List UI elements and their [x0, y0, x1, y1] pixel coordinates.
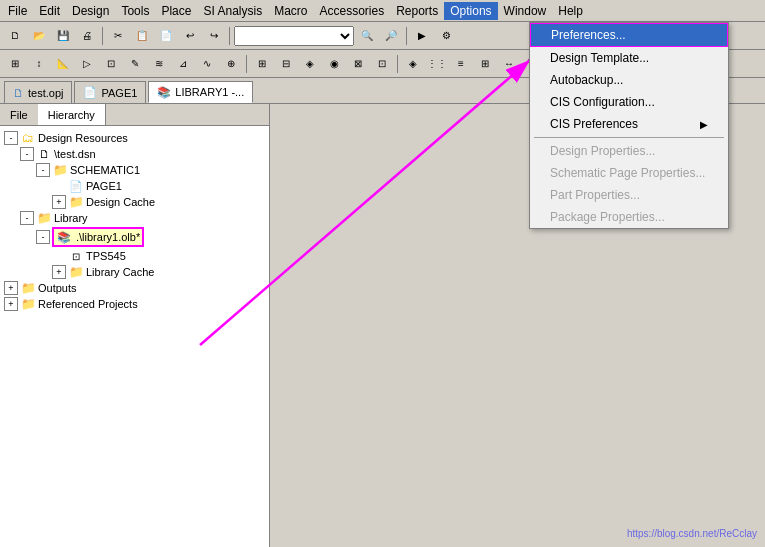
toolbar-print[interactable]: 🖨 [76, 25, 98, 47]
tb2-btn3[interactable]: 📐 [52, 53, 74, 75]
menu-edit[interactable]: Edit [33, 2, 66, 20]
tb2-btn21[interactable]: ↔ [498, 53, 520, 75]
expand-design-resources[interactable]: - [4, 131, 18, 145]
expand-outputs[interactable]: + [4, 281, 18, 295]
tb2-btn13[interactable]: ◈ [299, 53, 321, 75]
tree-item-schematic1[interactable]: - 📁 SCHEMATIC1 [4, 162, 265, 178]
menu-item-design-template[interactable]: Design Template... [530, 47, 728, 69]
label-library: Library [54, 212, 88, 224]
expand-referenced-projects[interactable]: + [4, 297, 18, 311]
tree-item-page1[interactable]: + 📄 PAGE1 [4, 178, 265, 194]
label-library-cache: Library Cache [86, 266, 154, 278]
toolbar-save[interactable]: 💾 [52, 25, 74, 47]
menu-item-schematic-page-props: Schematic Page Properties... [530, 162, 728, 184]
tb2-btn17[interactable]: ◈ [402, 53, 424, 75]
package-props-label: Package Properties... [550, 210, 665, 224]
tb2-btn12[interactable]: ⊟ [275, 53, 297, 75]
label-outputs: Outputs [38, 282, 77, 294]
toolbar-cut[interactable]: ✂ [107, 25, 129, 47]
tb2-btn7[interactable]: ≋ [148, 53, 170, 75]
menu-design[interactable]: Design [66, 2, 115, 20]
menu-file[interactable]: File [2, 2, 33, 20]
label-design-cache: Design Cache [86, 196, 155, 208]
panel-tab-hierarchy[interactable]: Hierarchy [38, 104, 106, 125]
tab-page1[interactable]: 📄 PAGE1 [74, 81, 146, 103]
tb2-btn10[interactable]: ⊕ [220, 53, 242, 75]
tree-item-design-cache[interactable]: + 📁 Design Cache [4, 194, 265, 210]
menu-tools[interactable]: Tools [115, 2, 155, 20]
tb2-btn18[interactable]: ⋮⋮ [426, 53, 448, 75]
tree-item-design-resources[interactable]: - 🗂 Design Resources [4, 130, 265, 146]
autobackup-label: Autobackup... [550, 73, 623, 87]
tb2-btn5[interactable]: ⊡ [100, 53, 122, 75]
tree-item-library1-olb[interactable]: - 📚 .\library1.olb* [4, 226, 265, 248]
folder-icon-design-cache: 📁 [68, 195, 84, 209]
tb2-btn9[interactable]: ∿ [196, 53, 218, 75]
label-schematic1: SCHEMATIC1 [70, 164, 140, 176]
expand-test-dsn[interactable]: - [20, 147, 34, 161]
toolbar-paste[interactable]: 📄 [155, 25, 177, 47]
toolbar-copy[interactable]: 📋 [131, 25, 153, 47]
toolbar-run[interactable]: ▶ [411, 25, 433, 47]
menu-item-preferences[interactable]: Preferences... [530, 23, 728, 47]
tab-icon-library: 📚 [157, 86, 171, 99]
panel-tab-file[interactable]: File [0, 104, 38, 125]
expand-design-cache[interactable]: + [52, 195, 66, 209]
menu-item-autobackup[interactable]: Autobackup... [530, 69, 728, 91]
tree-item-outputs[interactable]: + 📁 Outputs [4, 280, 265, 296]
label-tps545: TPS545 [86, 250, 126, 262]
menu-reports[interactable]: Reports [390, 2, 444, 20]
menu-si-analysis[interactable]: SI Analysis [197, 2, 268, 20]
zoom-combo[interactable] [234, 26, 354, 46]
tb2-btn20[interactable]: ⊞ [474, 53, 496, 75]
tab-library1[interactable]: 📚 LIBRARY1 -... [148, 81, 253, 103]
tree-item-library[interactable]: - 📁 Library [4, 210, 265, 226]
menu-options[interactable]: Options [444, 2, 497, 20]
expand-library-cache[interactable]: + [52, 265, 66, 279]
file-icon-library1-olb: 📚 [56, 230, 72, 244]
cis-config-label: CIS Configuration... [550, 95, 655, 109]
menubar: File Edit Design Tools Place SI Analysis… [0, 0, 765, 22]
menu-place[interactable]: Place [155, 2, 197, 20]
menu-item-cis-prefs[interactable]: CIS Preferences ▶ [530, 113, 728, 135]
tb2-btn16[interactable]: ⊡ [371, 53, 393, 75]
tb2-btn2[interactable]: ↕ [28, 53, 50, 75]
tb2-btn4[interactable]: ▷ [76, 53, 98, 75]
expand-library1-olb[interactable]: - [36, 230, 50, 244]
tb2-btn8[interactable]: ⊿ [172, 53, 194, 75]
toolbar-options[interactable]: ⚙ [435, 25, 457, 47]
menu-item-part-props: Part Properties... [530, 184, 728, 206]
folder-icon-design-resources: 🗂 [20, 131, 36, 145]
left-panel: File Hierarchy - 🗂 Design Resources - 🗋 … [0, 104, 270, 547]
tb2-btn11[interactable]: ⊞ [251, 53, 273, 75]
tree-item-test-dsn[interactable]: - 🗋 \test.dsn [4, 146, 265, 162]
tab-icon-page: 📄 [83, 86, 97, 99]
label-referenced-projects: Referenced Projects [38, 298, 138, 310]
menu-window[interactable]: Window [498, 2, 553, 20]
tb2-btn14[interactable]: ◉ [323, 53, 345, 75]
toolbar-undo[interactable]: ↩ [179, 25, 201, 47]
cis-prefs-label: CIS Preferences [550, 117, 638, 131]
toolbar-redo[interactable]: ↪ [203, 25, 225, 47]
toolbar-open[interactable]: 📂 [28, 25, 50, 47]
tb2-btn6[interactable]: ✎ [124, 53, 146, 75]
tree-item-tps545[interactable]: + ⊡ TPS545 [4, 248, 265, 264]
menu-help[interactable]: Help [552, 2, 589, 20]
folder-icon-outputs: 📁 [20, 281, 36, 295]
toolbar-new[interactable]: 🗋 [4, 25, 26, 47]
design-template-label: Design Template... [550, 51, 649, 65]
library1-olb-highlighted[interactable]: 📚 .\library1.olb* [52, 227, 144, 247]
toolbar-zoom-out[interactable]: 🔎 [380, 25, 402, 47]
tree-item-library-cache[interactable]: + 📁 Library Cache [4, 264, 265, 280]
tb2-btn1[interactable]: ⊞ [4, 53, 26, 75]
expand-schematic1[interactable]: - [36, 163, 50, 177]
tab-test-opj[interactable]: 🗋 test.opj [4, 81, 72, 103]
menu-item-cis-config[interactable]: CIS Configuration... [530, 91, 728, 113]
tb2-btn15[interactable]: ⊠ [347, 53, 369, 75]
toolbar-zoom-in[interactable]: 🔍 [356, 25, 378, 47]
menu-accessories[interactable]: Accessories [313, 2, 390, 20]
expand-library[interactable]: - [20, 211, 34, 225]
tree-item-referenced-projects[interactable]: + 📁 Referenced Projects [4, 296, 265, 312]
menu-macro[interactable]: Macro [268, 2, 313, 20]
tb2-btn19[interactable]: ≡ [450, 53, 472, 75]
